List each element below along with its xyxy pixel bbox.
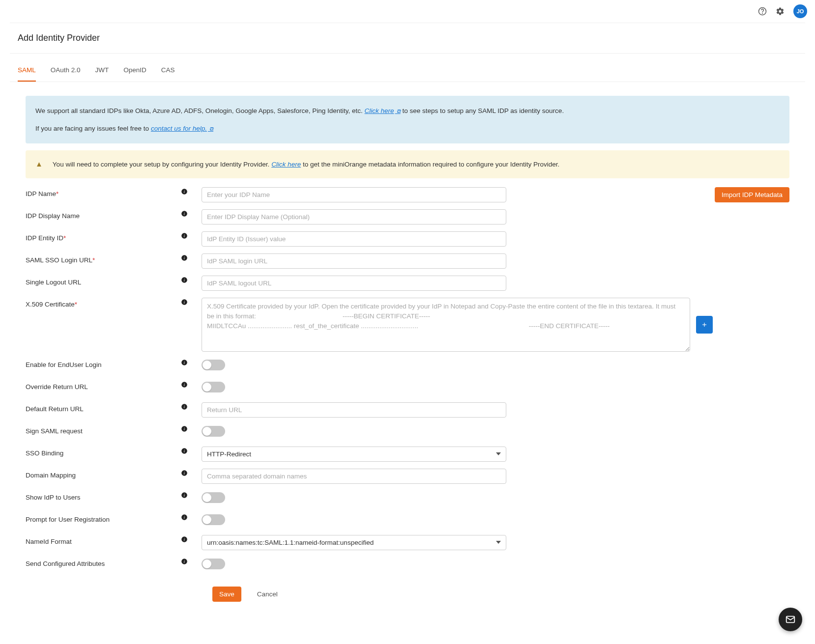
domain-mapping-label: Domain Mapping — [26, 472, 76, 479]
info-icon[interactable]: i — [181, 254, 188, 261]
info-icon[interactable]: i — [181, 403, 188, 410]
info-icon[interactable]: i — [181, 210, 188, 217]
tab-saml[interactable]: SAML — [18, 62, 36, 82]
info-icon[interactable]: i — [181, 232, 188, 239]
send-configured-attributes-label: Send Configured Attributes — [26, 560, 105, 567]
warn-text-2: to get the miniOrange metadata informati… — [303, 161, 559, 168]
svg-rect-34 — [786, 616, 795, 621]
x509-cert-textarea[interactable] — [202, 298, 690, 352]
info-icon[interactable]: i — [181, 188, 188, 195]
info-icon[interactable]: i — [181, 299, 188, 306]
enable-enduser-login-label: Enable for EndUser Login — [26, 361, 102, 368]
avatar[interactable]: JO — [793, 4, 807, 18]
add-certificate-button[interactable] — [696, 316, 713, 334]
sso-login-url-input[interactable] — [202, 253, 506, 269]
info-icon[interactable]: i — [181, 359, 188, 366]
idp-entity-id-input[interactable] — [202, 231, 506, 247]
send-configured-attributes-toggle[interactable] — [202, 559, 225, 569]
help-icon[interactable] — [758, 7, 767, 16]
sign-saml-request-label: Sign SAML request — [26, 427, 83, 435]
info-icon[interactable]: i — [181, 558, 188, 565]
sso-binding-label: SSO Binding — [26, 449, 63, 457]
nameid-format-select[interactable]: urn:oasis:names:tc:SAML:1.1:nameid-forma… — [202, 535, 506, 550]
info-text-1: We support all standard IDPs like Okta, … — [35, 107, 365, 114]
domain-mapping-input[interactable] — [202, 469, 506, 484]
idp-name-label: IDP Name — [26, 190, 56, 197]
info-icon[interactable]: i — [181, 536, 188, 543]
external-link-icon: ⧉ — [208, 126, 213, 132]
save-button[interactable]: Save — [212, 587, 241, 602]
prompt-user-registration-toggle[interactable] — [202, 514, 225, 525]
info-icon[interactable]: i — [181, 448, 188, 454]
prompt-user-registration-label: Prompt for User Registration — [26, 516, 110, 523]
idp-entity-id-label: IDP Entity ID — [26, 234, 63, 242]
gear-icon[interactable] — [776, 7, 785, 16]
cancel-button[interactable]: Cancel — [250, 587, 285, 602]
click-here-metadata-link[interactable]: Click here — [271, 161, 301, 168]
override-return-url-label: Override Return URL — [26, 383, 88, 391]
warn-text-1: You will need to complete your setup by … — [53, 161, 271, 168]
warning-icon: ▲ — [35, 157, 43, 171]
tab-jwt[interactable]: JWT — [95, 62, 109, 82]
x509-cert-label: X.509 Certificate — [26, 301, 75, 308]
page-title: Add Identity Provider — [18, 33, 797, 43]
idp-name-input[interactable] — [202, 187, 506, 202]
info-icon[interactable]: i — [181, 425, 188, 432]
tab-cas[interactable]: CAS — [161, 62, 175, 82]
info-icon[interactable]: i — [181, 381, 188, 388]
plus-icon — [701, 321, 708, 328]
tab-openid[interactable]: OpenID — [123, 62, 146, 82]
idp-display-name-input[interactable] — [202, 209, 506, 224]
tab-oauth[interactable]: OAuth 2.0 — [51, 62, 81, 82]
contact-help-link[interactable]: contact us for help. ⧉ — [151, 125, 213, 132]
warning-alert: ▲ You will need to complete your setup b… — [26, 150, 789, 178]
idp-display-name-label: IDP Display Name — [26, 212, 80, 220]
info-icon[interactable]: i — [181, 277, 188, 283]
info-icon[interactable]: i — [181, 470, 188, 476]
info-text-2: to see steps to setup any SAML IDP as id… — [402, 107, 564, 114]
override-return-url-toggle[interactable] — [202, 382, 225, 392]
svg-point-1 — [762, 13, 763, 13]
default-return-url-input[interactable] — [202, 402, 506, 418]
import-idp-metadata-button[interactable]: Import IDP Metadata — [715, 187, 789, 202]
click-here-setup-link[interactable]: Click here ⧉ — [365, 107, 401, 114]
tabs: SAML OAuth 2.0 JWT OpenID CAS — [10, 62, 805, 82]
nameid-format-label: NameId Format — [26, 538, 72, 545]
show-idp-to-users-toggle[interactable] — [202, 492, 225, 503]
default-return-url-label: Default Return URL — [26, 405, 84, 413]
sign-saml-request-toggle[interactable] — [202, 426, 225, 437]
sso-binding-select[interactable]: HTTP-Redirect — [202, 447, 506, 462]
sso-login-url-label: SAML SSO Login URL — [26, 256, 92, 264]
single-logout-url-label: Single Logout URL — [26, 279, 81, 286]
info-icon[interactable]: i — [181, 492, 188, 499]
info-alert: We support all standard IDPs like Okta, … — [26, 96, 789, 143]
mail-icon — [785, 614, 796, 621]
single-logout-url-input[interactable] — [202, 276, 506, 291]
enable-enduser-login-toggle[interactable] — [202, 360, 225, 370]
external-link-icon: ⧉ — [395, 108, 401, 114]
show-idp-to-users-label: Show IdP to Users — [26, 494, 81, 501]
info-icon[interactable]: i — [181, 514, 188, 521]
info-text-3: If you are facing any issues feel free t… — [35, 125, 151, 132]
